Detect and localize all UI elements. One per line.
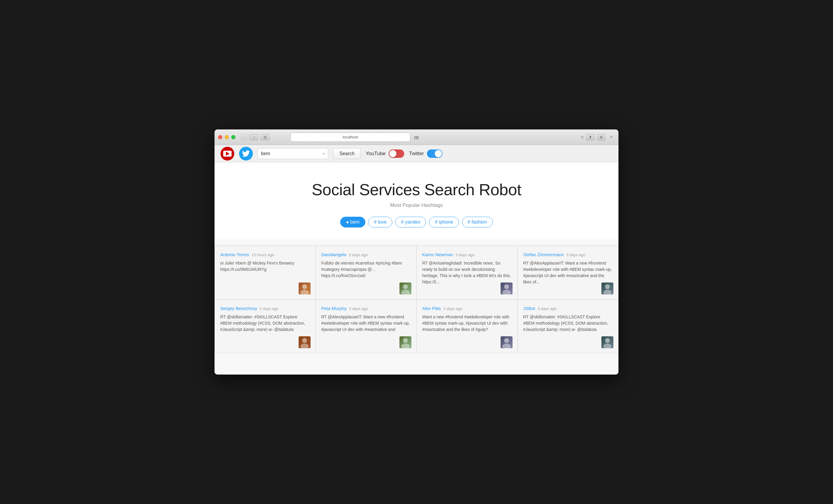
card-time: 3 days ago (349, 253, 368, 257)
card-time: 3 days ago (566, 253, 585, 257)
hero-title: Social Services Search Robot (220, 180, 613, 199)
hashtag-pill-love[interactable]: # love (368, 217, 392, 227)
svg-point-15 (603, 344, 612, 348)
window-controls-right: ⬆ ⧉ + (586, 134, 615, 141)
card-time: 3 days ago (538, 306, 557, 311)
avatar-image (299, 282, 311, 295)
svg-point-0 (302, 284, 307, 289)
maximize-window-button[interactable] (231, 135, 236, 139)
result-card: Alex Pitts 3 days ago Want a new #fronte… (416, 300, 518, 353)
avatar-image (400, 282, 411, 295)
card-time: 3 days ago (259, 306, 279, 311)
svg-point-2 (403, 284, 408, 289)
browser-logo: m (414, 133, 419, 141)
card-avatar (400, 282, 411, 295)
svg-point-8 (302, 338, 307, 343)
youtube-toggle-switch[interactable] (389, 149, 404, 158)
result-card: Antonio Torres 15 hours ago oi Julie! #b… (215, 246, 316, 300)
svg-point-4 (504, 284, 509, 289)
tabs-button[interactable]: ⧉ (597, 134, 605, 141)
svg-point-7 (603, 290, 612, 295)
search-input[interactable] (261, 151, 321, 156)
hashtag-list: ● bem # love # yandex # iphone # fashion (220, 217, 613, 227)
search-button[interactable]: Search (333, 148, 361, 159)
reload-button[interactable]: ↻ (579, 134, 586, 141)
result-card: JSBot 3 days ago RT @skillsmatter: #SKIL… (518, 300, 619, 353)
card-author[interactable]: Peta Murphy (322, 306, 347, 311)
card-author[interactable]: Antonio Torres (220, 252, 249, 257)
card-text: RT @skillsmatter: #SKILLSCAST Explore #B… (220, 314, 310, 348)
nav-buttons: ‹ › (240, 134, 258, 141)
card-avatar (299, 282, 311, 295)
hero-section: Social Services Search Robot Most Popula… (215, 162, 618, 240)
twitter-toggle-label: Twitter (409, 151, 424, 157)
share-button[interactable]: ⬆ (586, 134, 595, 141)
hashtag-pill-yandex[interactable]: # yandex (395, 217, 426, 227)
card-time: 3 days ago (455, 253, 475, 257)
svg-point-13 (502, 344, 511, 348)
youtube-logo (223, 151, 232, 157)
youtube-play-icon (226, 152, 230, 156)
avatar-image (400, 336, 411, 348)
twitter-toggle-switch[interactable] (427, 149, 443, 158)
card-avatar (501, 282, 513, 295)
avatar-image (601, 282, 613, 295)
card-author[interactable]: Stefan Zimmermann (523, 252, 564, 257)
twitter-icon-button[interactable] (239, 147, 253, 160)
twitter-bird-icon (242, 150, 250, 157)
title-bar: ‹ › ⊟ m localhost ↻ ⬆ ⧉ + (215, 129, 618, 145)
svg-point-6 (605, 284, 610, 289)
card-text: RT @AlexApplauseIT: Want a new #frontend… (523, 260, 613, 295)
hashtag-pill-iphone[interactable]: # iphone (429, 217, 459, 227)
result-card: Peta Murphy 3 days ago RT @AlexApplauseI… (316, 300, 417, 353)
address-bar[interactable]: localhost (290, 133, 410, 142)
card-header: Stefan Zimmermann 3 days ago (523, 252, 613, 257)
svg-point-10 (403, 338, 408, 343)
traffic-lights (218, 135, 236, 139)
forward-button[interactable]: › (250, 134, 258, 141)
card-author[interactable]: Danidangelo (322, 252, 347, 257)
card-author[interactable]: Sergey Berezhnoy (220, 306, 257, 311)
search-box: × (258, 148, 328, 159)
avatar-image (501, 336, 513, 348)
hero-subtitle: Most Popular Hashtags (220, 202, 613, 208)
card-text: RT @AnisaHaghdadi: Incredible news. So r… (422, 260, 512, 295)
card-avatar (601, 336, 613, 348)
minimize-window-button[interactable] (225, 135, 229, 139)
card-time: 3 days ago (349, 306, 368, 311)
card-header: Antonio Torres 15 hours ago (220, 252, 310, 257)
youtube-toggle-label: YouTube (366, 151, 386, 157)
back-button[interactable]: ‹ (240, 134, 248, 141)
card-text: Want a new #frontend #webdeveloper role … (422, 314, 512, 348)
avatar-image (501, 282, 513, 295)
results-section: Antonio Torres 15 hours ago oi Julie! #b… (215, 240, 618, 353)
card-author[interactable]: JSBot (523, 306, 535, 311)
card-avatar (501, 336, 513, 348)
youtube-toggle-knob (389, 150, 397, 157)
svg-point-5 (502, 290, 511, 295)
card-avatar (299, 336, 311, 348)
card-author[interactable]: Alex Pitts (422, 306, 441, 311)
sidebar-button[interactable]: ⊟ (261, 134, 269, 141)
card-author[interactable]: Karen Newman (422, 252, 453, 257)
avatar-image (299, 336, 311, 348)
hashtag-pill-bem[interactable]: ● bem (340, 217, 365, 227)
avatar-image (601, 336, 613, 348)
card-text: RT @AlexApplauseIT: Want a new #frontend… (322, 314, 411, 348)
close-window-button[interactable] (218, 135, 222, 139)
card-header: Alex Pitts 3 days ago (422, 306, 512, 311)
results-grid: Antonio Torres 15 hours ago oi Julie! #b… (215, 246, 618, 353)
result-card: Danidangelo 3 days ago Fulbito de vierne… (316, 246, 417, 300)
card-text: oi Julie! #bem @ Mickey Finn's Brewery h… (220, 260, 310, 295)
new-tab-button[interactable]: + (608, 134, 615, 141)
main-content: Social Services Search Robot Most Popula… (215, 162, 618, 375)
hashtag-pill-fashion[interactable]: # fashion (462, 217, 493, 227)
clear-search-button[interactable]: × (323, 151, 325, 156)
svg-point-1 (301, 290, 309, 295)
twitter-toggle-knob (435, 150, 442, 157)
card-avatar (400, 336, 411, 348)
youtube-icon-button[interactable] (220, 147, 234, 160)
card-time: 3 days ago (444, 306, 462, 311)
svg-point-12 (504, 338, 509, 343)
card-header: JSBot 3 days ago (523, 306, 613, 311)
